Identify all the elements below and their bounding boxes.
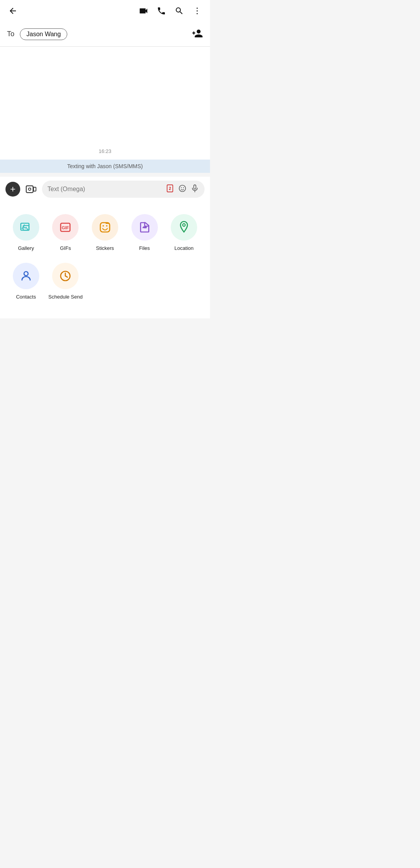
- svg-point-20: [106, 225, 108, 227]
- svg-text:2: 2: [169, 186, 171, 191]
- gifs-button[interactable]: GIF GIFs: [46, 209, 86, 258]
- svg-rect-11: [194, 185, 196, 189]
- contacts-button[interactable]: Contacts: [6, 258, 46, 307]
- files-label: Files: [139, 245, 150, 252]
- contacts-label: Contacts: [16, 294, 36, 300]
- svg-point-9: [181, 187, 182, 188]
- schedule-send-button[interactable]: Schedule Send: [46, 258, 86, 307]
- search-button[interactable]: [173, 5, 185, 17]
- location-button[interactable]: Location: [164, 209, 204, 258]
- svg-point-19: [103, 225, 104, 227]
- svg-point-2: [197, 13, 198, 14]
- recipient-chip[interactable]: Jason Wang: [20, 28, 67, 40]
- svg-rect-5: [33, 187, 36, 191]
- svg-point-1: [197, 11, 198, 12]
- phone-call-button[interactable]: [156, 5, 167, 17]
- svg-point-4: [28, 188, 31, 190]
- svg-text:GIF: GIF: [62, 225, 69, 230]
- input-row: 2: [0, 177, 210, 202]
- sim-badge: 2: [166, 184, 174, 194]
- add-contact-button[interactable]: [191, 28, 203, 41]
- more-options-button[interactable]: [191, 5, 203, 17]
- files-button[interactable]: Files: [125, 209, 164, 258]
- emoji-button[interactable]: [178, 184, 187, 194]
- to-row: To Jason Wang: [0, 22, 210, 47]
- add-attachment-button[interactable]: [5, 182, 20, 197]
- back-button[interactable]: [7, 5, 19, 17]
- stickers-button[interactable]: Stickers: [85, 209, 125, 258]
- svg-point-8: [179, 185, 186, 192]
- schedule-send-label: Schedule Send: [48, 294, 82, 300]
- svg-rect-3: [26, 186, 33, 193]
- gallery-button[interactable]: Gallery: [6, 209, 46, 258]
- gifs-label: GIFs: [60, 245, 71, 252]
- svg-point-15: [24, 225, 25, 226]
- svg-point-10: [183, 187, 184, 188]
- svg-point-22: [183, 224, 186, 227]
- to-label: To: [7, 30, 14, 38]
- message-input[interactable]: [47, 186, 163, 193]
- svg-rect-18: [100, 223, 110, 232]
- stickers-label: Stickers: [96, 245, 114, 252]
- svg-point-23: [24, 272, 28, 276]
- message-area: 16:23: [0, 47, 210, 160]
- top-bar: [0, 0, 210, 22]
- media-capture-button[interactable]: [24, 182, 38, 196]
- location-label: Location: [175, 245, 194, 252]
- svg-point-0: [197, 8, 198, 9]
- gallery-label: Gallery: [18, 245, 34, 252]
- voice-input-button[interactable]: [191, 184, 199, 194]
- attachment-panel: Gallery GIF GIFs: [0, 202, 210, 318]
- message-timestamp: 16:23: [99, 144, 112, 156]
- video-call-button[interactable]: [138, 5, 149, 17]
- attach-grid: Gallery GIF GIFs: [6, 209, 204, 307]
- text-input-wrap: 2: [42, 181, 205, 198]
- sms-mms-banner: Texting with Jason (SMS/MMS): [0, 160, 210, 173]
